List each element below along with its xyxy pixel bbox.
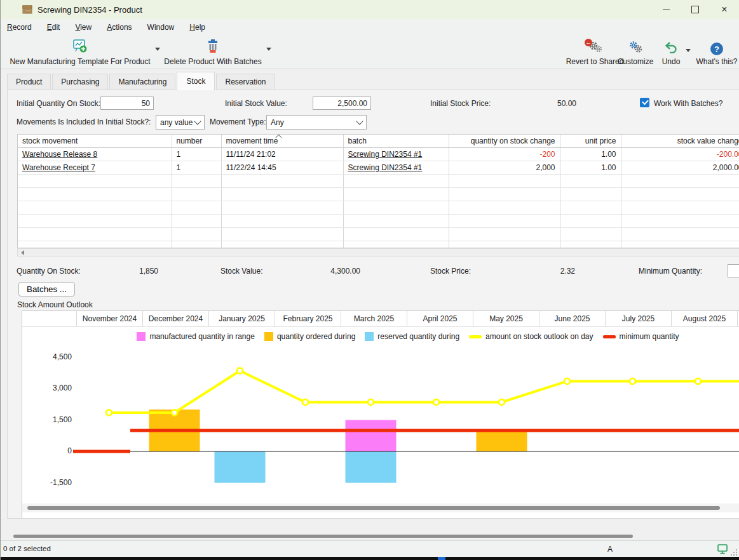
month-label: August 2025: [671, 311, 737, 326]
initial-stock-price-label: Initial Stock Price:: [430, 99, 491, 108]
revert-to-shared-icon: ←: [587, 41, 602, 55]
tab-product[interactable]: Product: [7, 74, 51, 90]
new-template-dropdown-arrow-icon[interactable]: [155, 48, 160, 51]
cell-quantity-change: 2,000: [449, 161, 560, 175]
delete-product-label: Delete Product With Batches: [164, 57, 261, 66]
menu-record[interactable]: Record: [1, 20, 39, 34]
month-label: June 2025: [539, 311, 605, 326]
menu-edit[interactable]: Edit: [39, 20, 68, 34]
stock-value-label: Stock Value:: [220, 267, 262, 276]
month-label: January 2025: [208, 311, 275, 326]
minimum-quantity-input[interactable]: [728, 264, 739, 277]
new-manufacturing-template-label: New Manufacturing Template For Product: [10, 57, 150, 66]
title-bar: Screwing DIN2354 - Product ×: [1, 0, 739, 19]
legend-swatch-minimum: [603, 335, 616, 338]
minimize-icon: [663, 10, 670, 10]
revert-arrow-badge-icon: ←: [585, 39, 592, 46]
initial-quantity-input[interactable]: [100, 97, 154, 110]
movements-table: stock movement number movement time batc…: [17, 134, 739, 248]
window-horizontal-scrollbar[interactable]: [13, 535, 633, 538]
batch-link[interactable]: Screwing DIN2354 #1: [343, 161, 449, 175]
chevron-down-icon: [194, 117, 201, 124]
menu-bar: Record Edit View Actions Window Help: [1, 19, 739, 35]
resize-grip[interactable]: [731, 549, 737, 556]
col-batch[interactable]: batch: [343, 135, 449, 148]
movement-type-value: Any: [271, 118, 357, 127]
chart-horizontal-scrollbar[interactable]: [22, 503, 739, 512]
menu-help[interactable]: Help: [182, 20, 213, 34]
movement-type-select[interactable]: Any: [266, 115, 367, 130]
minimum-quantity-label: Minimum Quantity:: [639, 267, 702, 276]
month-label: May 2025: [473, 311, 539, 326]
legend-swatch-manufactured: [137, 332, 146, 341]
included-in-initial-stock-select[interactable]: any value: [156, 115, 205, 130]
tab-stock[interactable]: Stock: [177, 72, 215, 90]
stock-price-label: Stock Price:: [430, 267, 471, 276]
taskbar-item: [438, 557, 445, 560]
customize-label: Customize: [618, 57, 654, 66]
batch-link[interactable]: Screwing DIN2354 #1: [343, 148, 449, 161]
table-header-row: stock movement number movement time batc…: [18, 135, 739, 148]
cell-quantity-change: -200: [449, 148, 560, 161]
minimize-button[interactable]: [651, 0, 681, 19]
table-row[interactable]: Warehouse Receipt 7 1 11/22/24 14:45 Scr…: [18, 161, 739, 175]
maximize-button[interactable]: [681, 0, 710, 19]
monitor-icon: [717, 543, 728, 557]
stock-movement-link[interactable]: Warehouse Receipt 7: [18, 161, 172, 175]
maximize-icon: [691, 6, 699, 13]
col-stock-movement[interactable]: stock movement: [18, 135, 172, 148]
taskbar-edge: [1, 557, 739, 560]
scroll-left-arrow-icon[interactable]: [21, 250, 24, 255]
customize-button[interactable]: Customize: [614, 37, 656, 66]
delete-product-dropdown-arrow-icon[interactable]: [266, 48, 271, 51]
table-row-empty: [18, 175, 739, 188]
quantity-on-stock-value: 1,850: [95, 267, 158, 276]
menu-window[interactable]: Window: [140, 20, 182, 34]
product-window: Screwing DIN2354 - Product × Record Edit…: [0, 0, 739, 560]
month-label: February 2025: [275, 311, 341, 326]
app-icon: [22, 4, 32, 15]
cell-movement-time: 11/11/24 21:02: [221, 148, 343, 161]
col-number[interactable]: number: [172, 135, 221, 148]
menu-actions[interactable]: Actions: [99, 20, 139, 34]
new-manufacturing-template-button[interactable]: New Manufacturing Template For Product: [7, 37, 153, 66]
month-label: November 2024: [76, 311, 142, 326]
tab-reservation[interactable]: Reservation: [216, 74, 275, 90]
quantity-on-stock-label: Quantity On Stock:: [17, 267, 81, 276]
col-movement-time[interactable]: movement time: [221, 135, 343, 148]
month-label: December 2024: [142, 311, 208, 326]
scrollbar-thumb[interactable]: [27, 506, 720, 510]
col-unit-price[interactable]: unit price: [560, 135, 621, 148]
cell-unit-price: 1.00: [560, 161, 621, 175]
work-with-batches-checkbox[interactable]: [640, 98, 649, 107]
table-horizontal-scrollbar[interactable]: [17, 248, 739, 257]
legend-item: amount on stock outlook on day: [469, 332, 593, 341]
col-quantity-change[interactable]: quantity on stock change: [449, 135, 560, 148]
tab-strip: Product Purchasing Manufacturing Stock R…: [7, 74, 739, 90]
undo-button[interactable]: Undo: [659, 37, 683, 66]
whats-this-button[interactable]: ? What's this?: [695, 37, 739, 66]
initial-stock-value-input[interactable]: [313, 97, 371, 110]
window-title: Screwing DIN2354 - Product: [37, 5, 142, 15]
chart-plot-area: [22, 344, 739, 504]
col-stock-value-change[interactable]: stock value change: [621, 135, 739, 148]
question-mark-icon: ?: [710, 43, 723, 55]
close-button[interactable]: ×: [710, 0, 739, 19]
undo-dropdown-arrow-icon[interactable]: [686, 49, 691, 52]
chevron-down-icon: [356, 117, 363, 124]
tab-purchasing[interactable]: Purchasing: [52, 74, 108, 90]
status-indicator: A: [607, 545, 613, 554]
menu-view[interactable]: View: [67, 20, 99, 34]
initial-quantity-label: Initial Quantity On Stock:: [17, 99, 100, 108]
legend-swatch-reserved: [365, 332, 374, 341]
tab-manufacturing[interactable]: Manufacturing: [109, 74, 175, 90]
batches-button[interactable]: Batches ...: [18, 282, 75, 297]
legend-item: manufactured quantity in range: [137, 332, 254, 341]
delete-product-button[interactable]: Delete Product With Batches: [163, 37, 262, 66]
status-bar: 0 of 2 selected A: [1, 540, 739, 557]
stock-movement-link[interactable]: Warehouse Release 8: [18, 148, 172, 161]
stock-price-value: 2.32: [512, 267, 575, 276]
chart-month-header: November 2024 December 2024 January 2025…: [22, 311, 739, 327]
table-row[interactable]: Warehouse Release 8 1 11/11/24 21:02 Scr…: [18, 148, 739, 161]
cell-stock-value-change: -200.00: [621, 148, 739, 161]
